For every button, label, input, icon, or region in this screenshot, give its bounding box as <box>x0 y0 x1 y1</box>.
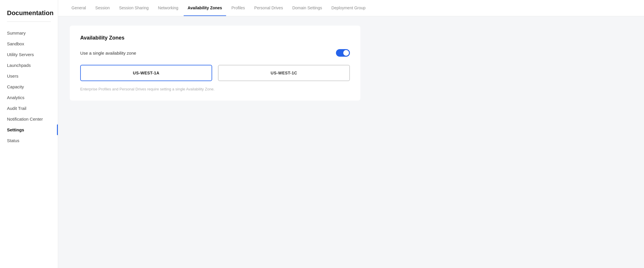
sidebar-item-audit-trail[interactable]: Audit Trail <box>0 103 58 114</box>
toggle-label: Use a single availability zone <box>80 51 136 56</box>
tabs-bar: GeneralSessionSession SharingNetworkingA… <box>58 0 644 16</box>
zone-btn-us-west-1a[interactable]: US-WEST-1A <box>80 65 212 81</box>
toggle-knob <box>343 50 349 56</box>
sidebar-item-capacity[interactable]: Capacity <box>0 81 58 92</box>
tab-networking[interactable]: Networking <box>154 0 183 16</box>
toggle-row: Use a single availability zone <box>80 49 350 57</box>
sidebar-item-analytics[interactable]: Analytics <box>0 92 58 103</box>
sidebar-divider <box>7 22 51 22</box>
zones-row: US-WEST-1AUS-WEST-1C <box>80 65 350 81</box>
tab-deployment-group[interactable]: Deployment Group <box>327 0 370 16</box>
tab-availability-zones[interactable]: Availability Zones <box>184 0 226 16</box>
tab-session-sharing[interactable]: Session Sharing <box>115 0 153 16</box>
sidebar-item-settings[interactable]: Settings <box>0 124 58 135</box>
tab-personal-drives[interactable]: Personal Drives <box>250 0 287 16</box>
tab-general[interactable]: General <box>67 0 90 16</box>
sidebar-nav: SummarySandboxUtility ServersLaunchpadsU… <box>0 28 58 146</box>
sidebar-item-notification-center[interactable]: Notification Center <box>0 114 58 124</box>
tab-profiles[interactable]: Profiles <box>227 0 249 16</box>
tab-domain-settings[interactable]: Domain Settings <box>288 0 326 16</box>
single-zone-toggle[interactable] <box>336 49 350 57</box>
availability-zones-card: Availability Zones Use a single availabi… <box>70 26 360 101</box>
sidebar-item-launchpads[interactable]: Launchpads <box>0 60 58 71</box>
sidebar-item-summary[interactable]: Summary <box>0 28 58 38</box>
sidebar-item-utility-servers[interactable]: Utility Servers <box>0 49 58 60</box>
sidebar-item-status[interactable]: Status <box>0 135 58 146</box>
sidebar-item-sandbox[interactable]: Sandbox <box>0 38 58 49</box>
sidebar-title: Documentation <box>0 9 58 22</box>
zone-note: Enterprise Profiles and Personal Drives … <box>80 87 350 91</box>
section-title: Availability Zones <box>80 35 350 41</box>
sidebar-item-users[interactable]: Users <box>0 71 58 81</box>
main-content: GeneralSessionSession SharingNetworkingA… <box>58 0 644 268</box>
tab-session[interactable]: Session <box>91 0 114 16</box>
sidebar: Documentation SummarySandboxUtility Serv… <box>0 0 58 268</box>
content-area: Availability Zones Use a single availabi… <box>58 16 644 268</box>
zone-btn-us-west-1c[interactable]: US-WEST-1C <box>218 65 350 81</box>
